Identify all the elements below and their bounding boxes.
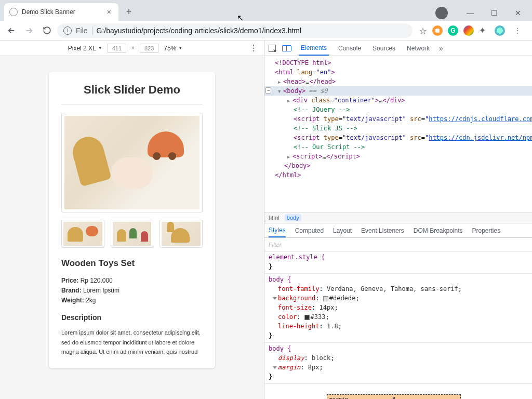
window-controls: — ☐ ✕: [435, 5, 532, 21]
styles-filter-input[interactable]: Filter: [264, 242, 532, 248]
styles-tabbar: Styles Computed Layout Event Listeners D…: [264, 223, 532, 238]
dom-node[interactable]: <!DOCTYPE html>: [264, 58, 532, 68]
dimension-x: ×: [131, 45, 135, 51]
window-titlebar: Demo Slick Banner × + — ☐ ✕: [0, 0, 532, 21]
box-model[interactable]: margin 8: [264, 384, 532, 399]
thumbnail-row: [61, 220, 203, 248]
device-viewport[interactable]: Slick Slider Demo Wooden Toys Set Price:…: [0, 56, 264, 399]
extension-icon[interactable]: [432, 25, 443, 36]
divider: [61, 104, 203, 104]
device-height-input[interactable]: 823: [140, 44, 158, 53]
dom-node[interactable]: ▶<script>…</script>: [264, 152, 532, 161]
profile-avatar-icon[interactable]: [495, 25, 505, 36]
tab-dom-breakpoints[interactable]: DOM Breakpoints: [414, 224, 463, 237]
extension-icon[interactable]: [463, 25, 474, 36]
tab-sources[interactable]: Sources: [370, 42, 397, 55]
menu-icon[interactable]: ⋮: [510, 23, 525, 38]
tab-elements[interactable]: Elements: [299, 41, 329, 56]
dom-node[interactable]: ▶<div class="container">…</div>: [264, 96, 532, 105]
extension-icon[interactable]: G: [448, 25, 458, 36]
url-text: G:/bayustudio/projects/coding-articles/s…: [97, 26, 302, 35]
thumbnail[interactable]: [61, 220, 104, 248]
description-text: Lorem ipsum dolor sit amet, consectetur …: [61, 328, 203, 357]
dom-node[interactable]: <script type="text/javascript" src="http…: [264, 133, 532, 142]
back-button[interactable]: [4, 23, 19, 38]
maximize-button[interactable]: ☐: [482, 5, 506, 21]
dom-tree[interactable]: <!DOCTYPE html> <html lang="en"> ▶<head>…: [264, 56, 532, 212]
dom-node[interactable]: <html lang="en">: [264, 68, 532, 77]
dom-node[interactable]: </html>: [264, 170, 532, 180]
description-heading: Description: [61, 313, 203, 322]
zoom-select[interactable]: 75%▼: [164, 45, 182, 52]
tab-event-listeners[interactable]: Event Listeners: [361, 224, 404, 237]
devtools-tabbar: Elements Console Sources Network » ⚙ ⋮ ✕: [264, 41, 532, 56]
globe-icon: [9, 8, 18, 16]
browser-tab[interactable]: Demo Slick Banner ×: [4, 3, 118, 21]
extensions-menu-icon[interactable]: ✦: [479, 25, 489, 36]
minimize-button[interactable]: —: [458, 5, 482, 21]
dom-node[interactable]: <script type="text/javascript" src="http…: [264, 114, 532, 124]
toolbar-actions: ☆ G ✦ ⋮: [416, 23, 528, 38]
devtools-pane: Elements Console Sources Network » ⚙ ⋮ ✕…: [264, 41, 532, 399]
styles-filter-bar: Filter :hov .cls +: [264, 238, 532, 251]
page-viewport-pane: Pixel 2 XL▼ 411 × 823 75%▼ ⋮ Slick Slide…: [0, 41, 264, 399]
reload-button[interactable]: [39, 23, 54, 38]
thumbnail[interactable]: [111, 220, 154, 248]
device-toolbar: Pixel 2 XL▼ 411 × 823 75%▼ ⋮: [0, 41, 264, 56]
dom-node[interactable]: </body>: [264, 161, 532, 170]
forward-button[interactable]: [22, 23, 36, 38]
page-title: Slick Slider Demo: [61, 83, 203, 97]
tab-console[interactable]: Console: [336, 42, 363, 55]
tab-network[interactable]: Network: [405, 42, 432, 55]
rendered-page: Slick Slider Demo Wooden Toys Set Price:…: [49, 72, 215, 368]
bookmark-star-icon[interactable]: ☆: [419, 25, 427, 36]
info-icon[interactable]: i: [63, 26, 72, 35]
device-toggle-icon[interactable]: [283, 45, 291, 51]
product-brand: Brand: Lorem Ipsum: [61, 287, 203, 294]
device-select[interactable]: Pixel 2 XL▼: [68, 45, 102, 52]
close-window-button[interactable]: ✕: [506, 5, 530, 21]
dom-comment[interactable]: <!-- JQuery -->: [264, 105, 532, 114]
tab-title: Demo Slick Banner: [22, 8, 105, 16]
dom-comment[interactable]: <!-- Our Script -->: [264, 142, 532, 152]
tab-properties[interactable]: Properties: [472, 224, 501, 237]
new-tab-button[interactable]: +: [122, 5, 136, 19]
omnibox[interactable]: i File G:/bayustudio/projects/coding-art…: [57, 23, 413, 38]
device-toolbar-menu-icon[interactable]: ⋮: [249, 43, 258, 53]
more-tabs-icon[interactable]: »: [439, 44, 443, 52]
profile-badge-icon[interactable]: [435, 7, 448, 19]
dom-comment[interactable]: <!-- Slick JS -->: [264, 124, 532, 133]
close-tab-icon[interactable]: ×: [105, 8, 113, 16]
tab-layout[interactable]: Layout: [333, 224, 352, 237]
dom-node[interactable]: ▶<head>…</head>: [264, 77, 532, 86]
product-title: Wooden Toys Set: [61, 258, 203, 269]
product-price: Price: Rp 120.000: [61, 277, 203, 284]
scheme-label: File: [76, 26, 88, 35]
style-rule[interactable]: user agent stylesheet body { display: bl…: [264, 343, 532, 384]
main-slide-image[interactable]: [61, 113, 203, 212]
dom-node-selected[interactable]: ▼<body>== $0: [264, 86, 532, 96]
inspect-element-icon[interactable]: [269, 45, 276, 52]
tab-styles[interactable]: Styles: [269, 224, 286, 237]
device-width-input[interactable]: 411: [108, 44, 126, 53]
product-weight: Weight: 2kg: [61, 297, 203, 304]
styles-panel[interactable]: element.style { } index3.html:16 body { …: [264, 251, 532, 399]
style-rule[interactable]: element.style { }: [264, 251, 532, 274]
style-rule[interactable]: index3.html:16 body { font-family: Verda…: [264, 274, 532, 343]
tab-computed[interactable]: Computed: [295, 224, 324, 237]
crumb-html[interactable]: html: [269, 215, 280, 221]
thumbnail[interactable]: [159, 220, 203, 248]
address-bar: i File G:/bayustudio/projects/coding-art…: [0, 21, 532, 41]
separator: [92, 26, 92, 35]
crumb-body[interactable]: body: [285, 214, 301, 221]
dom-breadcrumbs: html body: [264, 212, 532, 223]
